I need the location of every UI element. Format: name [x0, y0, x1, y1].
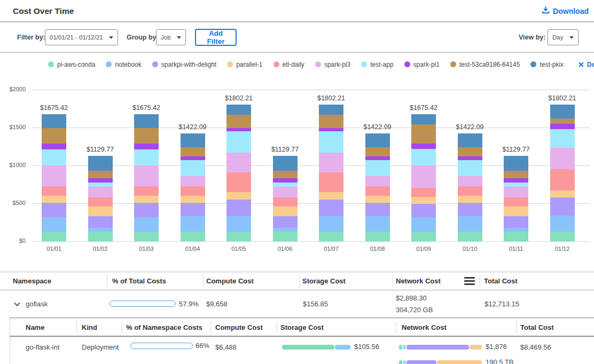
bar-segment-test-app[interactable]	[226, 131, 251, 153]
bar-segment-etl-daily[interactable]	[411, 188, 436, 197]
legend-item-sparkpi-with-delight[interactable]: sparkpi-with-delight	[152, 61, 216, 68]
bar-segment-parallel-1[interactable]	[134, 196, 159, 203]
bar-segment-test-53ca9186-64145[interactable]	[365, 147, 390, 156]
view-by-select[interactable]: Day	[548, 29, 579, 45]
bar-segment-sparkpi-with-delight[interactable]	[319, 200, 343, 216]
bar-segment-test-53ca9186-64145[interactable]	[226, 115, 251, 129]
bar-segment-pi-aws-conda[interactable]	[181, 232, 205, 241]
bar-segment-sparkpi-with-delight[interactable]	[365, 203, 390, 216]
bar-segment-test-app[interactable]	[134, 149, 159, 166]
bar-segment-test-app[interactable]	[550, 129, 575, 148]
bar-segment-parallel-1[interactable]	[226, 192, 251, 199]
bar-segment-notebook[interactable]	[550, 216, 575, 232]
date-range-select[interactable]: 01/01/21 - 01/12/21	[45, 29, 118, 45]
bar-segment-spark-pi3[interactable]	[319, 153, 343, 172]
legend-item-pi-aws-conda[interactable]: pi-aws-conda	[48, 61, 95, 68]
bar-01/12[interactable]	[550, 105, 575, 241]
bar-segment-test-pkix[interactable]	[42, 114, 66, 128]
bar-segment-test-53ca9186-64145[interactable]	[458, 147, 482, 156]
bar-segment-spark-pi3[interactable]	[88, 187, 113, 197]
bar-segment-spark-pi3[interactable]	[134, 165, 159, 186]
bar-segment-etl-daily[interactable]	[134, 186, 159, 196]
bar-segment-etl-daily[interactable]	[42, 186, 66, 196]
bar-segment-sparkpi-with-delight[interactable]	[411, 204, 436, 217]
bar-01/06[interactable]	[273, 156, 298, 241]
add-filter-button[interactable]: Add Filter	[195, 29, 237, 46]
bar-segment-test-app[interactable]	[365, 160, 390, 176]
bar-segment-test-53ca9186-64145[interactable]	[550, 118, 575, 124]
bar-segment-spark-pi3[interactable]	[504, 187, 528, 197]
legend-item-etl-daily[interactable]: etl-daily	[273, 61, 304, 68]
legend-item-test-app[interactable]: test-app	[361, 61, 393, 68]
bar-segment-test-pkix[interactable]	[550, 105, 575, 118]
bar-segment-spark-pi3[interactable]	[550, 148, 575, 169]
bar-segment-notebook[interactable]	[226, 216, 251, 232]
bar-01/03[interactable]	[134, 114, 159, 241]
bar-segment-etl-daily[interactable]	[88, 197, 113, 207]
bar-segment-pi-aws-conda[interactable]	[88, 232, 113, 241]
bar-segment-spark-pi1[interactable]	[319, 128, 343, 131]
bar-01/04[interactable]	[181, 133, 205, 241]
bar-segment-spark-pi1[interactable]	[134, 144, 159, 149]
group-by-select[interactable]: Job	[156, 29, 186, 45]
download-button[interactable]: Download	[542, 6, 589, 16]
bar-segment-test-pkix[interactable]	[134, 114, 159, 128]
bar-segment-test-pkix[interactable]	[181, 133, 205, 147]
bar-segment-test-53ca9186-64145[interactable]	[88, 171, 113, 179]
namespace-expander[interactable]: goflask	[0, 300, 107, 308]
bar-segment-test-pkix[interactable]	[504, 156, 528, 171]
bar-01/09[interactable]	[411, 114, 436, 241]
legend-item-spark-pi1[interactable]: spark-pi1	[404, 61, 440, 68]
bar-segment-spark-pi1[interactable]	[411, 144, 436, 149]
bar-01/08[interactable]	[365, 133, 390, 241]
bar-segment-etl-daily[interactable]	[181, 186, 205, 196]
bar-segment-pi-aws-conda[interactable]	[458, 232, 482, 241]
bar-segment-sparkpi-with-delight[interactable]	[42, 203, 66, 217]
bar-segment-parallel-1[interactable]	[181, 196, 205, 203]
bar-segment-pi-aws-conda[interactable]	[411, 232, 436, 241]
bar-segment-spark-pi1[interactable]	[226, 128, 251, 131]
bar-segment-parallel-1[interactable]	[550, 191, 575, 197]
bar-segment-test-53ca9186-64145[interactable]	[42, 128, 66, 144]
bar-segment-sparkpi-with-delight[interactable]	[181, 203, 205, 216]
bar-segment-test-53ca9186-64145[interactable]	[504, 171, 528, 179]
bar-segment-test-app[interactable]	[88, 183, 113, 187]
bar-segment-etl-daily[interactable]	[365, 186, 390, 196]
bar-segment-pi-aws-conda[interactable]	[550, 232, 575, 241]
bar-segment-test-app[interactable]	[319, 131, 343, 153]
bar-segment-test-53ca9186-64145[interactable]	[319, 115, 343, 129]
bar-segment-etl-daily[interactable]	[504, 197, 528, 207]
bar-segment-spark-pi1[interactable]	[458, 156, 482, 161]
bar-segment-sparkpi-with-delight[interactable]	[134, 203, 159, 217]
bar-segment-pi-aws-conda[interactable]	[134, 232, 159, 241]
bar-segment-spark-pi3[interactable]	[181, 176, 205, 186]
bar-01/07[interactable]	[319, 105, 343, 241]
bar-segment-pi-aws-conda[interactable]	[42, 232, 66, 241]
bar-segment-test-pkix[interactable]	[88, 156, 113, 171]
bar-01/05[interactable]	[226, 105, 251, 241]
bar-segment-pi-aws-conda[interactable]	[365, 232, 390, 241]
bar-segment-spark-pi3[interactable]	[226, 153, 251, 172]
bar-segment-notebook[interactable]	[504, 228, 528, 232]
bar-segment-notebook[interactable]	[411, 217, 436, 232]
bar-segment-parallel-1[interactable]	[365, 196, 390, 203]
bar-segment-pi-aws-conda[interactable]	[273, 232, 298, 241]
bar-01/02[interactable]	[88, 156, 113, 241]
bar-segment-spark-pi3[interactable]	[42, 165, 66, 186]
bar-segment-test-pkix[interactable]	[458, 133, 482, 147]
bar-segment-test-pkix[interactable]	[411, 114, 436, 124]
bar-segment-notebook[interactable]	[134, 217, 159, 232]
bar-segment-test-pkix[interactable]	[319, 105, 343, 115]
bar-segment-sparkpi-with-delight[interactable]	[458, 203, 482, 216]
bar-segment-spark-pi1[interactable]	[88, 178, 113, 183]
bar-segment-parallel-1[interactable]	[42, 196, 66, 203]
bar-segment-spark-pi3[interactable]	[411, 165, 436, 188]
bar-segment-parallel-1[interactable]	[88, 207, 113, 216]
bar-segment-sparkpi-with-delight[interactable]	[226, 200, 251, 216]
bar-segment-etl-daily[interactable]	[273, 197, 298, 207]
bar-segment-spark-pi1[interactable]	[42, 144, 66, 149]
bar-segment-sparkpi-with-delight[interactable]	[504, 216, 528, 228]
bar-segment-etl-daily[interactable]	[550, 169, 575, 191]
bar-segment-test-53ca9186-64145[interactable]	[134, 128, 159, 144]
menu-icon[interactable]	[464, 277, 475, 285]
